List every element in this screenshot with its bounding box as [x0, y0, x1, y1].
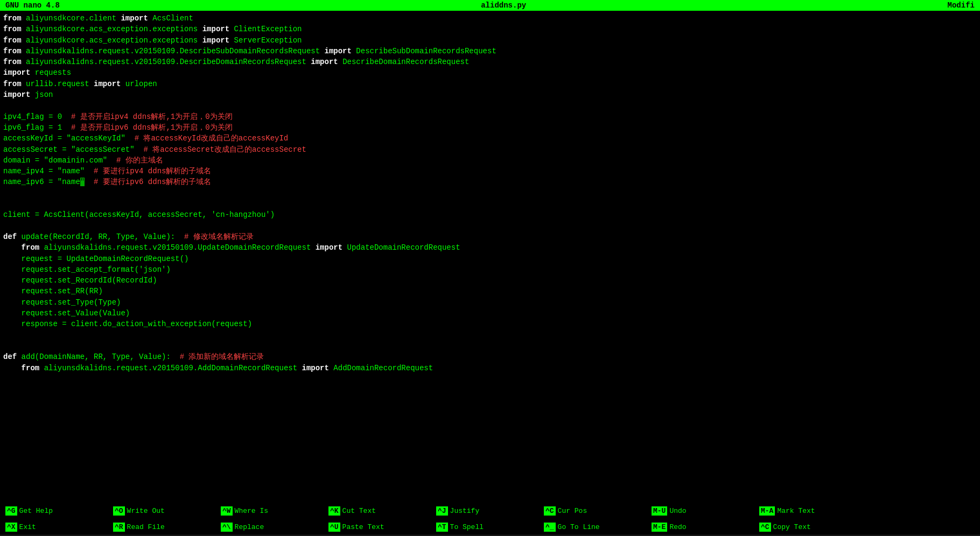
bottom-shortcut: ^\Replace	[215, 523, 323, 532]
code-token: import	[3, 68, 30, 77]
bottom-row-1: ^GGet Help^OWrite Out^WWhere Is^KCut Tex…	[0, 503, 980, 519]
code-token: from	[3, 243, 44, 252]
shortcut-key: M-E	[652, 523, 667, 532]
shortcut-label: Cur Pos	[558, 507, 587, 515]
shortcut-label: Undo	[669, 507, 686, 515]
shortcut-label: Replace	[235, 523, 264, 531]
code-line: request.set_Value(Value)	[3, 308, 977, 319]
code-line: name_ipv6 = "name" # 要进行ipv6 ddns解析的子域名	[3, 177, 977, 187]
code-token: accessSecret = "accessSecret"	[3, 145, 143, 154]
code-line: name_ipv4 = "name" # 要进行ipv4 ddns解析的子域名	[3, 166, 977, 177]
code-token: import	[202, 36, 229, 45]
code-token: requests	[30, 68, 71, 77]
code-token: import	[202, 25, 229, 33]
code-line: request.set_RR(RR)	[3, 286, 977, 297]
title-bar: GNU nano 4.8 aliddns.py Modifi	[0, 0, 980, 11]
code-token: import	[121, 14, 148, 23]
shortcut-key: ^T	[436, 523, 448, 532]
bottom-bar: ^GGet Help^OWrite Out^WWhere Is^KCut Tex…	[0, 503, 980, 535]
code-token: import	[316, 243, 342, 252]
code-token: ipv6_flag = 1	[3, 123, 71, 132]
code-token: # 将accessSecret改成自己的accessSecret	[143, 145, 306, 154]
shortcut-label: Justify	[450, 507, 480, 515]
bottom-shortcut: ^OWrite Out	[108, 506, 215, 516]
code-token: add	[22, 352, 35, 361]
bottom-shortcut: ^UPaste Text	[323, 523, 431, 532]
shortcut-label: Cut Text	[342, 507, 376, 515]
code-token: from	[3, 58, 26, 66]
code-token: aliyunsdkcore.acs_exception.exceptions	[26, 36, 202, 45]
shortcut-key: ^K	[328, 506, 340, 516]
code-token: from	[3, 14, 26, 23]
code-token: request.set_accept_format('json')	[3, 265, 171, 274]
code-line: request.set_accept_format('json')	[3, 264, 977, 275]
code-token: import	[302, 364, 329, 372]
code-token: name_ipv4 = "name"	[3, 167, 94, 175]
code-token: # 将accessKeyId改成自己的accessKeyId	[135, 134, 289, 143]
code-token: import	[325, 47, 352, 55]
shortcut-key: M-U	[652, 506, 667, 516]
code-line: def update(RecordId, RR, Type, Value): #…	[3, 231, 977, 242]
bottom-shortcut: ^RRead File	[108, 523, 215, 532]
code-line: response = client.do_action_with_excepti…	[3, 319, 977, 329]
code-token: aliyunsdkalidns.request.v20150109.Descri…	[26, 47, 325, 55]
code-editor[interactable]: from aliyunsdkcore.client import AcsClie…	[0, 11, 980, 503]
code-token: aliyunsdkalidns.request.v20150109.AddDom…	[44, 364, 302, 372]
code-line	[3, 330, 977, 341]
code-line: ipv4_flag = 0 # 是否开启ipv4 ddns解析,1为开启，0为关…	[3, 111, 977, 122]
code-token: urllib.request	[26, 80, 94, 88]
code-line: client = AcsClient(accessKeyId, accessSe…	[3, 209, 977, 220]
code-token: # 修改域名解析记录	[184, 232, 254, 241]
code-token: request.set_RecordId(RecordId)	[3, 276, 157, 285]
code-token: DescribeSubDomainRecordsRequest	[352, 47, 496, 55]
code-token: from	[3, 364, 44, 372]
shortcut-label: To Spell	[450, 523, 484, 531]
shortcut-key: ^W	[221, 506, 233, 516]
code-token: import	[94, 80, 121, 88]
code-token: ServerException	[229, 36, 302, 45]
code-token: ClientException	[229, 25, 302, 33]
shortcut-key: ^C	[759, 523, 771, 532]
shortcut-label: Exit	[19, 523, 36, 531]
code-line: from aliyunsdkcore.client import AcsClie…	[3, 13, 977, 24]
code-token: # 是否开启ipv6 ddns解析,1为开启，0为关闭	[71, 123, 233, 132]
shortcut-key: ^U	[328, 523, 340, 532]
code-token: import	[3, 90, 30, 99]
code-token: name_ipv6 = "name	[3, 178, 80, 186]
code-token: accessKeyId = "accessKeyId"	[3, 134, 135, 143]
code-line	[3, 100, 977, 111]
title-left: GNU nano 4.8	[5, 1, 60, 10]
code-line	[3, 221, 977, 231]
shortcut-key: ^C	[544, 506, 556, 516]
code-line: import json	[3, 89, 977, 100]
code-token: (RecordId, RR, Type, Value):	[48, 232, 184, 241]
code-line: import requests	[3, 67, 977, 78]
shortcut-label: Get Help	[19, 507, 53, 515]
bottom-shortcut: M-ERedo	[646, 523, 754, 532]
bottom-row-2: ^XExit^RRead File^\Replace^UPaste Text^T…	[0, 519, 980, 535]
code-token: def	[3, 232, 22, 241]
code-token: update	[22, 232, 48, 241]
bottom-shortcut: ^XExit	[0, 523, 108, 532]
code-token: from	[3, 80, 26, 88]
code-line	[3, 341, 977, 351]
shortcut-key: ^\	[221, 523, 233, 532]
bottom-shortcut: ^GGet Help	[0, 506, 108, 516]
code-token: def	[3, 352, 22, 361]
code-token: from	[3, 25, 26, 33]
code-line: domain = "domainin.com" # 你的主域名	[3, 155, 977, 166]
code-token: # 是否开启ipv4 ddns解析,1为开启，0为关闭	[71, 112, 233, 121]
code-token: request.set_RR(RR)	[3, 287, 103, 295]
code-line: from aliyunsdkalidns.request.v20150109.A…	[3, 363, 977, 373]
shortcut-key: ^O	[113, 506, 125, 516]
bottom-shortcut: ^WWhere Is	[215, 506, 323, 516]
code-token: # 要进行ipv6 ddns解析的子域名	[94, 178, 211, 186]
code-token: import	[311, 58, 338, 66]
shortcut-key: M-A	[759, 506, 775, 516]
code-token: client = AcsClient(accessKeyId, accessSe…	[3, 210, 275, 219]
code-line: accessKeyId = "accessKeyId" # 将accessKey…	[3, 133, 977, 144]
code-token: # 添加新的域名解析记录	[180, 352, 264, 361]
bottom-shortcut: ^KCut Text	[323, 506, 431, 516]
code-token: from	[3, 36, 26, 45]
code-line: from aliyunsdkalidns.request.v20150109.D…	[3, 57, 977, 67]
